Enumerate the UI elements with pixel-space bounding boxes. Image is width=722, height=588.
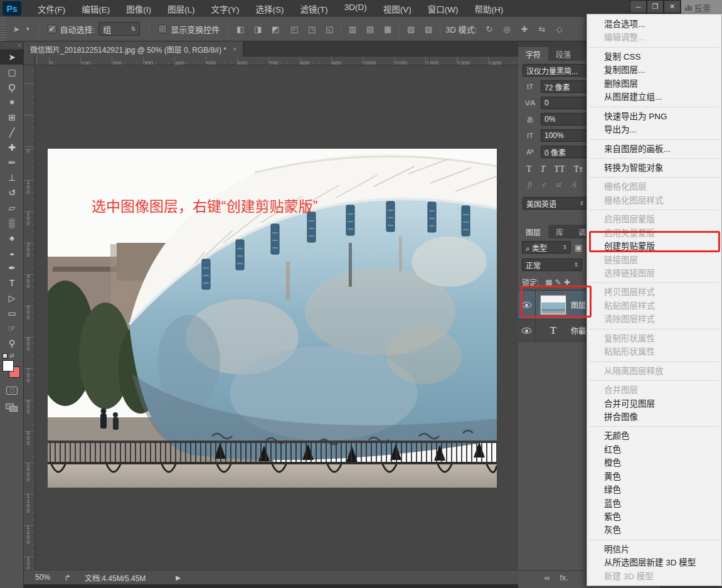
context-menu-item[interactable]: 从所选图层新建 3D 模型 — [587, 556, 721, 569]
menu-item[interactable]: 窗口(W) — [428, 3, 459, 15]
context-menu-item[interactable]: 拷贝图层样式 — [587, 286, 721, 299]
path-selection-tool[interactable]: ▷ — [0, 291, 24, 306]
dodge-tool[interactable]: ◒ — [0, 245, 24, 260]
collapse-palette-icon[interactable]: » — [0, 41, 23, 50]
pixel-filter-icon[interactable]: ▣ — [575, 243, 582, 252]
align-icon[interactable]: ◨ — [252, 24, 264, 34]
close-button[interactable]: ✕ — [664, 0, 681, 13]
distribute-icon[interactable]: ▦ — [381, 24, 394, 34]
context-menu-item[interactable]: 复制形状属性 — [587, 332, 721, 345]
context-menu-item[interactable] — [589, 210, 719, 210]
crop-tool[interactable]: ⊞ — [0, 110, 24, 125]
language-field[interactable]: 美国英语 ⇕ — [523, 197, 588, 210]
magic-wand-tool[interactable]: ✶ — [0, 95, 24, 110]
menu-item[interactable]: 3D(D) — [344, 3, 367, 15]
context-menu-item[interactable]: 蓝色 — [587, 497, 721, 510]
context-menu-item[interactable]: 红色 — [587, 443, 721, 456]
context-menu-item[interactable] — [589, 361, 719, 362]
context-menu-item[interactable]: 从隔离图层释放 — [587, 365, 721, 378]
opentype-button[interactable]: fi — [528, 179, 532, 190]
align-icon[interactable]: ◰ — [288, 24, 300, 34]
swap-colors-icon[interactable]: ⇄ — [9, 353, 14, 359]
context-menu-item[interactable]: 删除图层 — [587, 77, 721, 90]
distribute-spacing-icon[interactable]: ▧ — [405, 24, 417, 34]
context-menu-item[interactable]: 无颜色 — [587, 429, 721, 442]
context-menu-item[interactable] — [589, 540, 719, 540]
marquee-tool[interactable]: ▢ — [0, 65, 24, 80]
default-colors-icon[interactable] — [3, 353, 8, 358]
foreground-color-swatch[interactable] — [3, 360, 14, 372]
context-menu-item[interactable]: 粘贴形状属性 — [587, 345, 721, 358]
eraser-tool[interactable]: ▱ — [0, 200, 24, 215]
tab-paragraph[interactable]: 段落 — [548, 47, 578, 61]
blur-tool[interactable]: ♠ — [0, 230, 24, 245]
show-transform-checkbox[interactable]: ✓ — [158, 24, 167, 33]
distribute-spacing-icon[interactable]: ▨ — [422, 24, 435, 34]
context-menu-item[interactable]: 栅格化图层 — [587, 180, 721, 193]
context-menu-item[interactable] — [589, 426, 719, 427]
auto-select-checkbox[interactable]: ✓ — [48, 24, 56, 33]
context-menu-item[interactable]: 紫色 — [587, 510, 721, 523]
context-menu-item[interactable]: 明信片 — [587, 543, 721, 556]
context-menu-item[interactable]: 合并可见图层 — [587, 397, 721, 410]
move-tool-icon[interactable]: ➤ — [10, 24, 23, 34]
context-menu-item[interactable]: 橙色 — [587, 456, 721, 469]
context-menu-item[interactable]: 链接图层 — [587, 254, 721, 267]
maximize-button[interactable]: ❐ — [647, 0, 664, 13]
context-menu-item[interactable]: 黄色 — [587, 470, 721, 483]
zoom-level[interactable]: 50% — [35, 573, 50, 582]
type-style-button[interactable]: T — [526, 164, 532, 174]
context-menu-item[interactable]: 启用图层蒙版 — [587, 213, 721, 226]
history-brush-tool[interactable]: ↺ — [0, 185, 24, 200]
context-menu-item[interactable]: 复制 CSS — [587, 50, 721, 63]
type-style-button[interactable]: Tт — [573, 164, 583, 174]
close-tab-icon[interactable]: × — [233, 45, 236, 53]
context-menu-item[interactable]: 粘贴图层样式 — [587, 299, 721, 313]
auto-select-dropdown[interactable]: 组 ⇅ — [98, 22, 140, 36]
opentype-button[interactable]: st — [556, 179, 561, 190]
context-menu-item[interactable]: 编辑调整... — [587, 31, 721, 44]
hand-tool[interactable]: ☞ — [0, 321, 24, 336]
quick-mask-button[interactable] — [6, 387, 18, 395]
align-icon[interactable]: ◧ — [234, 24, 247, 34]
context-menu-item[interactable] — [589, 47, 719, 48]
context-menu-item[interactable]: 混合选项... — [587, 18, 721, 31]
menu-item[interactable]: 图像(I) — [126, 3, 151, 15]
layers-footer-icon[interactable]: ∞ — [544, 574, 550, 582]
context-menu-item[interactable]: 绿色 — [587, 483, 721, 496]
opentype-button[interactable]: e — [542, 179, 546, 190]
context-menu-item[interactable]: 合并图层 — [587, 383, 721, 397]
pen-tool[interactable]: ✒ — [0, 260, 24, 275]
type-tool[interactable]: T — [0, 275, 24, 291]
context-menu-item[interactable]: 选择链接图层 — [587, 267, 721, 280]
menu-item[interactable]: 滤镜(T) — [300, 3, 328, 15]
layer-filter-dropdown[interactable]: ⌕ 类型 ⇕ — [522, 241, 571, 254]
type-style-button[interactable]: TT — [554, 164, 565, 174]
context-menu-item[interactable]: 来自图层的画板... — [587, 142, 721, 156]
context-menu-item[interactable] — [589, 107, 719, 107]
context-menu-item[interactable]: 栅格化图层样式 — [587, 194, 721, 207]
lasso-tool[interactable]: Ϙ — [0, 80, 24, 95]
context-menu-item[interactable] — [589, 282, 719, 283]
context-menu-item[interactable]: 清除图层样式 — [587, 313, 721, 326]
menu-item[interactable]: 编辑(E) — [82, 3, 110, 15]
context-menu-item[interactable]: 转换为智能对象 — [587, 161, 721, 174]
align-icon[interactable]: ◱ — [323, 24, 336, 34]
mode-3d-icon[interactable]: ↻ — [483, 24, 496, 34]
screen-mode-button[interactable] — [6, 404, 18, 412]
status-options-arrow-icon[interactable]: ▶ — [176, 574, 181, 581]
color-swatches[interactable] — [3, 360, 21, 379]
context-menu-item[interactable] — [589, 329, 719, 329]
distribute-icon[interactable]: ▥ — [346, 24, 359, 34]
document-tab[interactable]: 微信图片_20181225142921.jpg @ 50% (图层 0, RGB… — [24, 41, 243, 56]
distribute-icon[interactable]: ▤ — [364, 24, 376, 34]
context-menu-item[interactable]: 新建 3D 模型 — [587, 570, 721, 583]
eyedropper-tool[interactable]: ╱ — [0, 125, 24, 140]
mode-3d-icon[interactable]: ⇆ — [536, 24, 548, 34]
type-style-button[interactable]: T — [541, 164, 546, 174]
move-tool[interactable]: ➤ — [0, 50, 24, 65]
opentype-button[interactable]: A — [571, 179, 576, 190]
mode-3d-icon[interactable]: ◎ — [501, 24, 513, 34]
align-icon[interactable]: ◳ — [305, 24, 318, 34]
menu-item[interactable]: 选择(S) — [256, 3, 284, 15]
